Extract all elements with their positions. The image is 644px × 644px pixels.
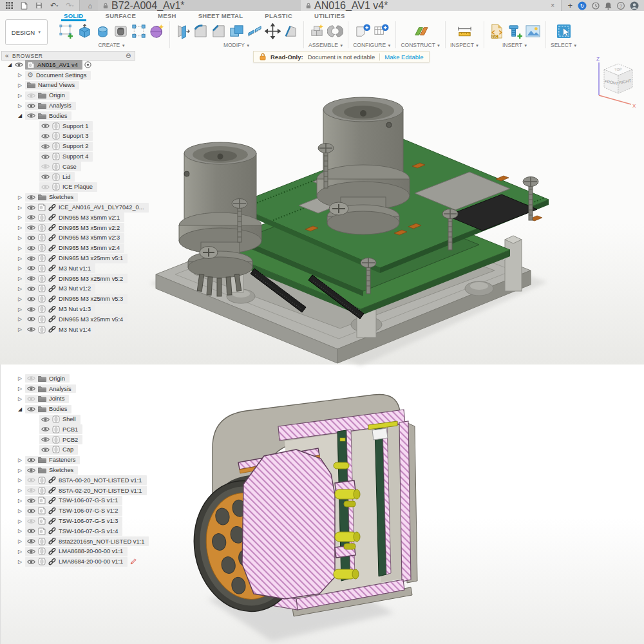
- tree-item[interactable]: ▷DIN965 M3 x5mm v2:4: [3, 243, 149, 253]
- ribbon-tab-sheet-metal[interactable]: SHEET METAL: [196, 12, 246, 21]
- visibility-eye-icon[interactable]: [27, 265, 35, 271]
- visibility-eye-icon[interactable]: [27, 113, 35, 118]
- browser-panel-header[interactable]: « BROWSER ⊖: [1, 51, 135, 61]
- tree-item[interactable]: ▷TSW-106-07-G-S v1:3: [3, 516, 149, 526]
- file-new-button[interactable]: [17, 0, 31, 11]
- visibility-eye-icon[interactable]: [41, 144, 50, 149]
- tree-item[interactable]: PCB2: [3, 435, 149, 445]
- tree-item-label[interactable]: PCB1: [62, 426, 78, 433]
- tree-item[interactable]: ▷Fasteners: [3, 455, 149, 465]
- tree-item[interactable]: ▷Named Views: [3, 80, 149, 91]
- collapse-arrow-icon[interactable]: ◢: [17, 406, 23, 412]
- expand-arrow-icon[interactable]: ▷: [17, 194, 23, 200]
- tree-item[interactable]: ▷DIN965 M3 x25mm v5:4: [3, 314, 149, 325]
- help-icon[interactable]: ?: [617, 2, 625, 10]
- tree-item-label[interactable]: Shell: [62, 416, 76, 422]
- tree-item-label[interactable]: Supoprt 3: [62, 133, 88, 139]
- tree-item-label[interactable]: M3 Nut v1:4: [59, 327, 91, 333]
- expand-arrow-icon[interactable]: ▷: [17, 498, 23, 504]
- tree-item-label[interactable]: Support 4: [62, 153, 88, 160]
- select-icon[interactable]: [556, 23, 572, 39]
- tree-item-label[interactable]: DIN965 M3 x5mm v2:3: [59, 234, 120, 241]
- tree-item[interactable]: Support 1: [3, 121, 149, 131]
- tree-item-label[interactable]: 8STA-02-20_NOT-LISTED v1:1: [59, 488, 142, 494]
- joint-icon[interactable]: [327, 23, 343, 39]
- create-form-icon[interactable]: [149, 23, 165, 39]
- collapse-panel-icon[interactable]: «: [5, 52, 9, 59]
- visibility-eye-icon[interactable]: [27, 276, 35, 281]
- visibility-eye-icon[interactable]: [41, 133, 50, 139]
- visibility-eye-icon[interactable]: [41, 437, 50, 442]
- expand-arrow-icon[interactable]: ▷: [17, 307, 23, 312]
- tree-item[interactable]: Supoprt 3: [3, 131, 149, 142]
- tree-item[interactable]: Support 4: [3, 151, 149, 162]
- tree-item[interactable]: ▷DIN965 M3 x5mm v2:3: [3, 233, 149, 243]
- tree-item[interactable]: ▷M3 Nut v1:1: [3, 263, 149, 274]
- tree-item[interactable]: Shell: [3, 414, 149, 424]
- press-pull-icon[interactable]: [175, 23, 191, 39]
- split-body-icon[interactable]: [247, 23, 263, 39]
- ribbon-tab-mesh[interactable]: MESH: [155, 12, 179, 21]
- expand-arrow-icon[interactable]: ▷: [17, 235, 23, 241]
- tree-item-label[interactable]: Bodies: [49, 406, 67, 412]
- tree-item-label[interactable]: Sketches: [49, 467, 73, 473]
- visibility-eye-icon[interactable]: [41, 123, 50, 129]
- ribbon-group-label[interactable]: INSERT ▼: [502, 42, 527, 48]
- visibility-eye-icon[interactable]: [27, 93, 35, 99]
- visibility-eye-icon[interactable]: [27, 194, 35, 200]
- expand-arrow-icon[interactable]: ▷: [17, 72, 23, 78]
- tree-item[interactable]: ▷⚙Document Settings: [3, 70, 149, 80]
- construction-plane-icon[interactable]: [413, 23, 429, 39]
- tree-item-label[interactable]: Analysis: [49, 102, 71, 109]
- tree-item[interactable]: ▷DIN965 M3 x25mm v5:2: [3, 274, 149, 284]
- save-button[interactable]: [32, 0, 46, 11]
- visibility-eye-icon[interactable]: [41, 154, 50, 160]
- tree-item[interactable]: ◢Bodies: [3, 404, 149, 414]
- visibility-eye-icon[interactable]: [41, 426, 50, 432]
- tree-item[interactable]: ▷Sketches: [3, 465, 149, 475]
- tree-item[interactable]: ▷LMA8684-20-00-00 v1:1: [3, 556, 149, 567]
- visibility-eye-icon[interactable]: [27, 375, 35, 381]
- document-tab-2[interactable]: AN016_AV1 v4* ×: [301, 0, 562, 11]
- visibility-eye-icon[interactable]: [27, 508, 35, 514]
- insert-svg-icon[interactable]: SVG: [489, 23, 505, 39]
- tree-item[interactable]: ▷8STA-00-20_NOT-LISTED v1:1: [3, 475, 149, 486]
- expand-arrow-icon[interactable]: ▷: [17, 316, 23, 322]
- extrude-icon[interactable]: [77, 23, 93, 39]
- tree-item[interactable]: ▷Analysis: [3, 100, 149, 111]
- visibility-eye-icon[interactable]: [27, 549, 35, 554]
- tree-item-label[interactable]: Sketches: [49, 194, 73, 200]
- visibility-eye-icon[interactable]: [27, 468, 35, 473]
- tree-item[interactable]: ▷DIN965 M3 x5mm v2:2: [3, 223, 149, 233]
- draft-icon[interactable]: [283, 23, 299, 39]
- tree-item[interactable]: ▷8sta22016sn_NOT-LISTED v1:1: [3, 536, 149, 547]
- tree-item-label[interactable]: Document Settings: [36, 72, 87, 79]
- tree-item-label[interactable]: TSW-106-07-G-S v1:2: [59, 507, 118, 514]
- tree-item[interactable]: ▷Sketches: [3, 192, 149, 202]
- expand-arrow-icon[interactable]: ▷: [17, 396, 23, 402]
- ribbon-group-label[interactable]: CONSTRUCT ▼: [401, 42, 440, 48]
- new-component-icon[interactable]: [309, 23, 325, 39]
- insert-fastener-icon[interactable]: [507, 23, 523, 39]
- bnc-connector-right[interactable]: [317, 97, 410, 234]
- visibility-eye-icon[interactable]: [27, 256, 35, 261]
- tree-item[interactable]: ▷ICE_AN016_AV1_DLY7042_0...: [3, 202, 149, 213]
- tree-item-label[interactable]: Origin: [49, 92, 65, 99]
- tree-item-label[interactable]: ICE Plaque: [62, 184, 93, 190]
- visibility-eye-icon[interactable]: [41, 174, 50, 180]
- tree-item[interactable]: ◢AN016_AV1 v4: [3, 60, 149, 70]
- expand-arrow-icon[interactable]: ▷: [17, 265, 23, 271]
- expand-arrow-icon[interactable]: ▷: [17, 296, 23, 302]
- visibility-eye-icon[interactable]: [27, 386, 35, 392]
- tree-item-label[interactable]: Support 2: [62, 143, 88, 149]
- revolve-icon[interactable]: [95, 23, 111, 39]
- tree-item[interactable]: ▷M3 Nut v1:3: [3, 304, 149, 314]
- pcb-assembly-model[interactable]: [144, 84, 556, 374]
- section-view-model[interactable]: [182, 386, 452, 644]
- expand-arrow-icon[interactable]: ▷: [17, 205, 23, 211]
- tree-item[interactable]: ▷TSW-106-07-G-S v1:4: [3, 526, 149, 536]
- expand-arrow-icon[interactable]: ▷: [17, 457, 23, 463]
- tree-item-label[interactable]: TSW-106-07-G-S v1:3: [59, 518, 118, 524]
- tree-item-label[interactable]: DIN965 M3 x25mm v5:3: [59, 296, 123, 302]
- tree-item[interactable]: Support 2: [3, 141, 149, 151]
